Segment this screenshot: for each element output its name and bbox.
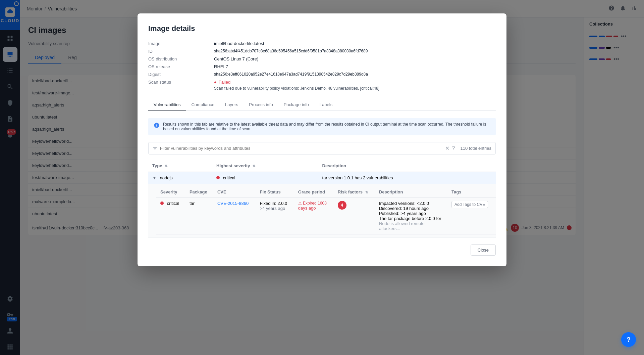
fail-dot-icon: ● [214, 80, 217, 85]
modal-tab-process-info[interactable]: Process info [244, 99, 278, 111]
scan-status: ● Failed Scan failed due to vulnerabilit… [214, 80, 496, 91]
sub-severity: critical [156, 197, 185, 235]
vuln-severity: critical [223, 175, 235, 180]
vuln-severity-cell: critical [212, 172, 318, 184]
vuln-table: Type ⇅ Highest severity ⇅ Description [148, 160, 496, 238]
image-label: Image [148, 41, 209, 46]
fix-status-line2: >4 years ago [260, 206, 290, 211]
modal-overlay: Image details Image imiell/bad-dockerfil… [0, 0, 644, 355]
scan-failed-text: Failed [219, 80, 230, 85]
scan-failed-message: Scan failed due to vulnerability policy … [214, 86, 496, 91]
sub-package: tar [185, 197, 213, 235]
severity-dot [216, 176, 220, 179]
sub-col-package: Package [185, 187, 213, 197]
vuln-sub-table-cell: Severity Package CVE Fix Status Grace pe… [148, 184, 496, 238]
expand-icon[interactable]: ▼ [152, 175, 157, 180]
scan-failed-indicator: ● Failed [214, 80, 496, 85]
sub-severity-text: critical [167, 201, 179, 206]
modal-meta: Image imiell/bad-dockerfile:latest ID sh… [148, 41, 496, 91]
close-button[interactable]: Close [471, 245, 496, 256]
id-label: ID [148, 49, 209, 54]
desc-line5: Node is allowed remote attackers... [379, 221, 443, 231]
os-dist-label: OS distribution [148, 56, 209, 61]
expired-badge: ⚠ Expired 1608 [298, 201, 330, 206]
sub-col-severity: Severity [156, 187, 185, 197]
risk-badge: 4 [338, 201, 346, 210]
desc-line2: Discovered: 19 hours ago [379, 206, 443, 211]
modal-tab-package-info[interactable]: Package info [278, 99, 314, 111]
sub-col-tags: Tags [447, 187, 496, 197]
sub-table-container: Severity Package CVE Fix Status Grace pe… [148, 184, 496, 237]
modal-title: Image details [148, 24, 496, 33]
vuln-type: nodejs [160, 175, 173, 180]
add-tags-button[interactable]: Add Tags to CVE [451, 201, 488, 208]
vuln-type-cell: ▼ nodejs [148, 172, 212, 184]
sub-cve: CVE-2015-8860 [213, 197, 256, 235]
info-banner: Results shown in this tab are relative t… [148, 118, 496, 135]
desc-line1: Impacted versions: <2.0.0 [379, 201, 443, 206]
sub-table: Severity Package CVE Fix Status Grace pe… [156, 187, 496, 235]
sub-col-cve: CVE [213, 187, 256, 197]
sub-severity-dot [160, 202, 164, 205]
sub-tags: Add Tags to CVE [447, 197, 496, 235]
digest-label: Digest [148, 72, 209, 77]
modal-tab-compliance[interactable]: Compliance [186, 99, 220, 111]
sub-risk: 4 [334, 197, 375, 235]
sub-description: Impacted versions: <2.0.0 Discovered: 19… [375, 197, 447, 235]
scan-status-label: Scan status [148, 80, 209, 91]
id-value: sha256:abd4f451ddb707c8e68a36d695456a515… [214, 49, 496, 54]
col-description: Description [318, 160, 496, 172]
desc-line4: The tar package before 2.0.0 for [379, 216, 443, 221]
sub-col-fix-status: Fix Status [256, 187, 294, 197]
vuln-type-row[interactable]: ▼ nodejs critical tar version 1.0.1 has … [148, 172, 496, 184]
image-details-modal: Image details Image imiell/bad-dockerfil… [138, 13, 506, 266]
digest-value: sha256:e3eff861020a952e27e41618e947a3ad7… [214, 72, 496, 77]
total-entries: 110 total entries [460, 146, 491, 151]
cve-link[interactable]: CVE-2015-8860 [217, 201, 249, 206]
col-type: Type ⇅ [148, 160, 212, 172]
desc-line3: Published: >4 years ago [379, 211, 443, 216]
vuln-filter-input[interactable] [160, 146, 442, 151]
help-bubble[interactable]: ? [621, 332, 636, 347]
filter-icon [153, 146, 157, 151]
modal-tab-vulnerabilities[interactable]: Vulnerabilities [148, 99, 186, 111]
sub-grace-period: ⚠ Expired 1608 days ago [294, 197, 334, 235]
modal-footer: Close [148, 238, 496, 256]
modal-tab-labels[interactable]: Labels [314, 99, 338, 111]
vuln-sub-row: Severity Package CVE Fix Status Grace pe… [148, 184, 496, 238]
sort-icon[interactable]: ⇅ [165, 164, 167, 168]
fix-status-line1: Fixed in: 2.0.0 [260, 201, 290, 206]
col-highest-severity: Highest severity ⇅ [212, 160, 318, 172]
vuln-filter-bar: ✕ ? 110 total entries [148, 142, 496, 154]
sub-fix-status: Fixed in: 2.0.0 >4 years ago [256, 197, 294, 235]
risk-sort-icon[interactable]: ⇅ [365, 190, 368, 194]
expired-text: ⚠ Expired 1608 [298, 201, 327, 206]
vuln-description-cell: tar version 1.0.1 has 2 vulnerabilities [318, 172, 496, 184]
sub-col-grace-period: Grace period [294, 187, 334, 197]
image-value: imiell/bad-dockerfile:latest [214, 41, 496, 46]
sub-col-risk-factors: Risk factors ⇅ [334, 187, 375, 197]
expired-days: days ago [298, 206, 330, 211]
os-dist-value: CentOS Linux 7 (Core) [214, 56, 496, 61]
sub-col-description: Description [375, 187, 447, 197]
info-banner-text: Results shown in this tab are relative t… [163, 122, 490, 131]
filter-help-icon[interactable]: ? [452, 145, 455, 151]
sort-icon[interactable]: ⇅ [253, 164, 255, 168]
sub-table-row: critical tar CVE-2015-8860 Fixed in: 2.0… [156, 197, 496, 235]
modal-tabs: Vulnerabilities Compliance Layers Proces… [148, 99, 496, 111]
os-release-label: OS release [148, 64, 209, 69]
modal-tab-layers[interactable]: Layers [220, 99, 244, 111]
os-release-value: RHEL7 [214, 64, 496, 69]
filter-clear-button[interactable]: ✕ [445, 145, 449, 151]
info-icon [154, 122, 160, 128]
